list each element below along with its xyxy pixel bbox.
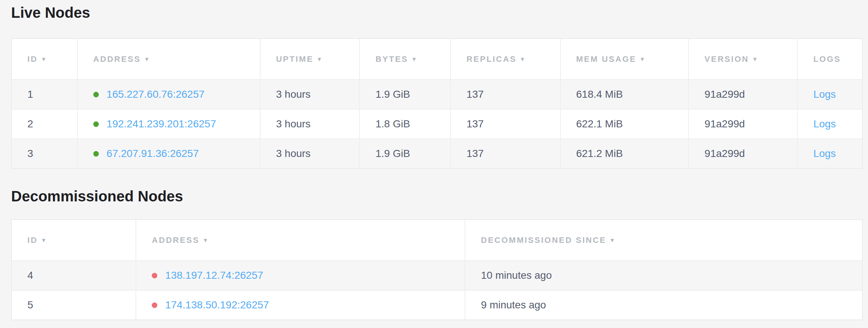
node-uptime-cell: 3 hours (260, 139, 360, 168)
node-address-cell: 138.197.12.74:26257 (136, 261, 465, 290)
node-bytes-cell: 1.9 GiB (359, 80, 450, 109)
column-label: UPTIME (276, 54, 314, 64)
node-decommissioned-since-cell: 10 minutes ago (465, 261, 862, 290)
decom-col-header-id[interactable]: ID▾ (12, 220, 136, 261)
node-logs-cell: Logs (797, 139, 862, 168)
live-col-header-mem-usage[interactable]: MEM USAGE▾ (560, 39, 689, 80)
node-version-cell: 91a299d (688, 109, 797, 139)
node-id-cell: 5 (12, 290, 136, 319)
live-node-row: 1 165.227.60.76:26257 3 hours 1.9 GiB 13… (12, 80, 862, 109)
live-status-dot-icon (93, 92, 99, 97)
column-label: ID (27, 54, 38, 64)
live-col-header-version[interactable]: VERSION▾ (688, 39, 797, 80)
live-nodes-heading: Live Nodes (11, 4, 863, 21)
decommissioned-nodes-table: ID▾ ADDRESS▾ DECOMMISSIONED SINCE▾ 4 138… (12, 220, 862, 319)
live-node-row: 3 67.207.91.36:26257 3 hours 1.9 GiB 137… (12, 139, 862, 168)
column-label: MEM USAGE (576, 54, 637, 64)
live-status-dot-icon (93, 151, 99, 157)
column-label: LOGS (813, 54, 841, 64)
column-label: VERSION (704, 54, 749, 64)
node-address-cell: 192.241.239.201:26257 (77, 109, 260, 139)
column-label: BYTES (375, 54, 408, 64)
node-mem-usage-cell: 618.4 MiB (560, 80, 689, 109)
node-list-page: Live Nodes ID▾ ADDRESS▾ UPTIME▾ BYTES▾ (0, 0, 868, 320)
node-id-cell: 4 (12, 261, 136, 290)
decom-col-header-address[interactable]: ADDRESS▾ (136, 220, 465, 261)
node-replicas-cell: 137 (450, 109, 560, 139)
node-id-cell: 1 (12, 80, 77, 109)
node-version-cell: 91a299d (688, 80, 797, 109)
node-address-link[interactable]: 165.227.60.76:26257 (107, 88, 205, 100)
node-logs-link[interactable]: Logs (813, 148, 836, 159)
node-address-cell: 174.138.50.192:26257 (136, 290, 465, 319)
column-label: ADDRESS (152, 235, 200, 245)
column-label: DECOMMISSIONED SINCE (481, 235, 606, 245)
node-decommissioned-since-cell: 9 minutes ago (465, 290, 862, 319)
decommissioned-status-dot-icon (152, 273, 157, 278)
node-replicas-cell: 137 (450, 139, 560, 168)
node-mem-usage-cell: 621.2 MiB (560, 139, 689, 168)
decommissioned-nodes-heading: Decommissioned Nodes (11, 187, 863, 205)
node-id-cell: 3 (12, 139, 77, 168)
node-bytes-cell: 1.9 GiB (359, 139, 450, 168)
live-col-header-bytes[interactable]: BYTES▾ (359, 39, 450, 80)
node-bytes-cell: 1.8 GiB (359, 109, 450, 139)
node-uptime-cell: 3 hours (260, 109, 360, 139)
decommissioned-nodes-header-row: ID▾ ADDRESS▾ DECOMMISSIONED SINCE▾ (12, 220, 862, 261)
node-id-cell: 2 (12, 109, 77, 139)
decommissioned-node-row: 4 138.197.12.74:26257 10 minutes ago (12, 261, 862, 290)
live-col-header-logs: LOGS (797, 39, 862, 80)
node-replicas-cell: 137 (450, 80, 560, 109)
sort-arrow-icon: ▾ (145, 56, 149, 63)
node-address-link[interactable]: 67.207.91.36:26257 (107, 148, 199, 160)
node-address-link[interactable]: 192.241.239.201:26257 (107, 118, 216, 130)
live-nodes-table: ID▾ ADDRESS▾ UPTIME▾ BYTES▾ REPLICAS▾ ME… (12, 39, 862, 168)
live-col-header-address[interactable]: ADDRESS▾ (77, 39, 260, 80)
decommissioned-nodes-table-card: ID▾ ADDRESS▾ DECOMMISSIONED SINCE▾ 4 138… (11, 219, 863, 320)
node-address-cell: 67.207.91.36:26257 (77, 139, 260, 168)
sort-arrow-icon: ▾ (641, 56, 645, 63)
node-logs-link[interactable]: Logs (813, 88, 836, 100)
node-address-link[interactable]: 138.197.12.74:26257 (165, 270, 263, 281)
column-label: ID (27, 235, 38, 245)
decommissioned-node-row: 5 174.138.50.192:26257 9 minutes ago (12, 290, 862, 319)
node-address-link[interactable]: 174.138.50.192:26257 (165, 299, 269, 311)
node-mem-usage-cell: 622.1 MiB (560, 109, 689, 139)
decom-col-header-decommissioned-since[interactable]: DECOMMISSIONED SINCE▾ (465, 220, 862, 261)
decommissioned-status-dot-icon (152, 302, 157, 308)
sort-arrow-icon: ▾ (42, 237, 46, 244)
sort-arrow-icon: ▾ (42, 56, 46, 63)
node-logs-cell: Logs (797, 109, 862, 139)
sort-arrow-icon: ▾ (204, 237, 208, 244)
live-col-header-replicas[interactable]: REPLICAS▾ (450, 39, 560, 80)
node-version-cell: 91a299d (688, 139, 797, 168)
node-address-cell: 165.227.60.76:26257 (77, 80, 260, 109)
live-node-row: 2 192.241.239.201:26257 3 hours 1.8 GiB … (12, 109, 862, 139)
sort-arrow-icon: ▾ (521, 56, 525, 63)
live-col-header-id[interactable]: ID▾ (12, 39, 77, 80)
live-nodes-table-card: ID▾ ADDRESS▾ UPTIME▾ BYTES▾ REPLICAS▾ ME… (11, 38, 863, 169)
node-logs-link[interactable]: Logs (813, 118, 836, 130)
node-uptime-cell: 3 hours (260, 80, 360, 109)
live-col-header-uptime[interactable]: UPTIME▾ (260, 39, 360, 80)
sort-arrow-icon: ▾ (318, 56, 322, 63)
sort-arrow-icon: ▾ (753, 56, 757, 63)
sort-arrow-icon: ▾ (413, 56, 417, 63)
column-label: ADDRESS (93, 54, 141, 64)
sort-arrow-icon: ▾ (611, 237, 615, 244)
column-label: REPLICAS (466, 54, 516, 64)
live-status-dot-icon (93, 121, 99, 127)
node-logs-cell: Logs (797, 80, 862, 109)
live-nodes-header-row: ID▾ ADDRESS▾ UPTIME▾ BYTES▾ REPLICAS▾ ME… (12, 39, 862, 80)
